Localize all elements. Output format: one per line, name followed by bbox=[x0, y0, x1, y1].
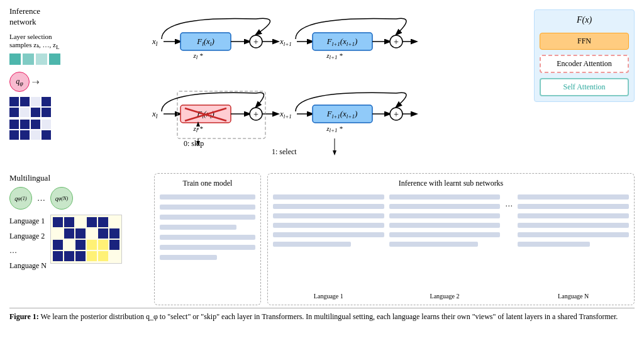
colored-blocks bbox=[9, 53, 60, 65]
svg-text:xl+1: xl+1 bbox=[279, 37, 292, 47]
block-3 bbox=[36, 53, 47, 65]
multilingual-label: Multilingual bbox=[9, 173, 148, 183]
train-one-model-box: Train one model bbox=[154, 173, 261, 305]
lang-dots: … bbox=[9, 244, 47, 258]
inference-col-1: Language 1 bbox=[273, 193, 384, 300]
train-line-1 bbox=[160, 194, 255, 200]
top-section: Inferencenetwork Layer selectionsamples … bbox=[9, 6, 635, 170]
inf-line-2-4 bbox=[389, 223, 501, 228]
svg-text:xl+1: xl+1 bbox=[279, 109, 292, 120]
bottom-section: Multilingual qφ(1) … qφ(N) Language 1 La… bbox=[9, 173, 635, 305]
q-phi-circle: qφ bbox=[9, 72, 30, 92]
svg-text:0: skip: 0: skip bbox=[184, 139, 204, 148]
lang-n-label: Language N bbox=[9, 259, 47, 273]
svg-text:zl+1 *: zl+1 * bbox=[326, 52, 343, 60]
legend-box: F(x) FFN Encoder Attention Self Attentio… bbox=[534, 9, 635, 102]
diagram-svg: xl Fl(xl) zl * + xl+1 bbox=[110, 6, 528, 170]
inf-line-2-3 bbox=[389, 213, 501, 218]
block-4 bbox=[49, 53, 60, 65]
q-phi-row: qφ ⇢ bbox=[9, 72, 38, 92]
block-1 bbox=[9, 53, 21, 65]
svg-text:+: + bbox=[253, 110, 258, 119]
train-line-2 bbox=[160, 205, 255, 210]
caption-figure-label: Figure 1: bbox=[9, 312, 39, 321]
inf-line-n-4 bbox=[518, 223, 629, 228]
svg-text:Fl(xl): Fl(xl) bbox=[196, 37, 214, 47]
inference-lang-n: Language N bbox=[518, 293, 629, 300]
svg-text:zl *: zl * bbox=[192, 52, 203, 60]
inf-line-n-6 bbox=[518, 242, 590, 247]
lang-labels: Language 1 Language 2 … Language N bbox=[9, 215, 47, 273]
inference-sub-networks-box: Inference with learnt sub networks Langu… bbox=[267, 173, 635, 305]
inf-line-2-5 bbox=[389, 232, 501, 237]
train-line-6 bbox=[160, 245, 255, 250]
inference-lang-2: Language 2 bbox=[389, 293, 501, 300]
figure-caption: Figure 1: We learn the posterior distrib… bbox=[9, 308, 635, 322]
train-box-title: Train one model bbox=[160, 179, 255, 188]
inf-line-1-6 bbox=[273, 242, 351, 247]
legend-title: F(x) bbox=[540, 15, 629, 25]
inf-line-2-2 bbox=[389, 204, 501, 209]
inference-box-title: Inference with learnt sub networks bbox=[273, 179, 629, 188]
inf-line-n-2 bbox=[518, 204, 629, 209]
lang-circles: qφ(1) … qφ(N) bbox=[9, 187, 148, 210]
inf-line-1-1 bbox=[273, 194, 384, 200]
svg-text:+: + bbox=[394, 37, 399, 47]
inf-line-n-5 bbox=[518, 232, 629, 237]
block-2 bbox=[23, 53, 34, 65]
svg-text:+: + bbox=[253, 37, 258, 47]
q-phi-label: qφ bbox=[16, 77, 23, 87]
dark-grid-bottom bbox=[9, 120, 51, 140]
q-phi-1-circle: qφ(1) bbox=[9, 187, 32, 210]
inference-dots: … bbox=[505, 193, 513, 300]
inference-network-column: Inferencenetwork Layer selectionsamples … bbox=[9, 6, 104, 140]
legend-ffn: FFN bbox=[540, 33, 629, 50]
inf-line-1-4 bbox=[273, 223, 384, 228]
lang-2-label: Language 2 bbox=[9, 230, 47, 244]
multilingual-grid bbox=[50, 215, 122, 264]
train-line-4 bbox=[160, 225, 236, 230]
inf-line-1-2 bbox=[273, 204, 384, 209]
dashed-arrow: ⇢ bbox=[32, 77, 38, 87]
q-phi-n-circle: qφ(N) bbox=[50, 187, 73, 210]
inf-line-2-1 bbox=[389, 194, 501, 200]
inference-col-2: Language 2 bbox=[389, 193, 501, 300]
legend-self-attention: Self Attention bbox=[540, 78, 629, 96]
dark-grid-top bbox=[9, 97, 51, 117]
caption-text: We learn the posterior distribution q_φ … bbox=[41, 312, 618, 321]
top-xl-label: xl bbox=[152, 37, 158, 47]
svg-text:1: select: 1: select bbox=[272, 147, 297, 156]
svg-text:zl+1 *: zl+1 * bbox=[326, 125, 343, 133]
inference-lang-1: Language 1 bbox=[273, 293, 384, 300]
legend-encoder-attention: Encoder Attention bbox=[540, 55, 629, 73]
inf-line-2-6 bbox=[389, 242, 478, 247]
inference-network-label: Inferencenetwork bbox=[9, 6, 40, 28]
train-line-3 bbox=[160, 215, 255, 220]
inference-col-n: Language N bbox=[518, 193, 629, 300]
ellipsis: … bbox=[37, 193, 45, 203]
train-line-5 bbox=[160, 235, 255, 240]
layer-selection-label: Layer selectionsamples z₁, …, zL bbox=[9, 33, 60, 51]
svg-text:+: + bbox=[394, 110, 399, 119]
main-container: Inferencenetwork Layer selectionsamples … bbox=[0, 0, 644, 360]
inference-columns: Language 1 Language 2 … bbox=[273, 193, 629, 300]
inf-line-n-1 bbox=[518, 194, 629, 200]
lang-1-label: Language 1 bbox=[9, 215, 47, 228]
inf-line-n-3 bbox=[518, 213, 629, 218]
train-line-7 bbox=[160, 255, 217, 260]
inf-line-1-3 bbox=[273, 213, 384, 218]
multilingual-left: Multilingual qφ(1) … qφ(N) Language 1 La… bbox=[9, 173, 148, 305]
svg-text:xl: xl bbox=[152, 109, 158, 120]
inf-line-1-5 bbox=[273, 232, 384, 237]
